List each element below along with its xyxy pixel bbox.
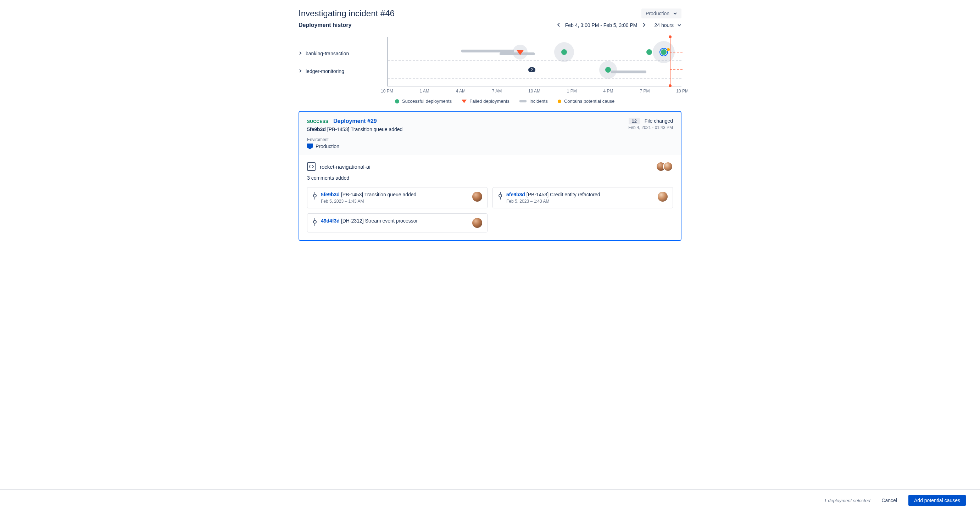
- file-changed-label: File changed: [644, 118, 673, 124]
- file-count-badge: 12: [628, 117, 639, 124]
- code-repo-icon: [307, 162, 315, 171]
- time-window-selector[interactable]: 24 hours: [654, 22, 681, 28]
- commit-card[interactable]: 5fe9b3d [PB-1453] Credit entity refactor…: [493, 187, 673, 208]
- issue-key: [PB-1453]: [327, 127, 349, 132]
- environment-selector-label: Production: [646, 11, 670, 16]
- selected-deployment-panel: SUCCESS Deployment #29 5fe9b3d [PB-1453]…: [299, 111, 681, 241]
- avatar: [663, 162, 673, 171]
- axis-tick: 7 AM: [492, 89, 502, 94]
- axis-tick: 4 AM: [456, 89, 466, 94]
- marker-extension: [670, 70, 682, 70]
- commit-message: Transition queue added: [364, 192, 417, 197]
- commit-hash-link[interactable]: 5fe9b3d: [321, 192, 340, 197]
- timeline-lane-toggle[interactable]: ledger-monitoring: [299, 62, 387, 80]
- commit-issue-key: [DH-2312]: [341, 218, 364, 224]
- successful-deployment-marker[interactable]: [661, 49, 667, 55]
- commit-icon: [312, 192, 317, 200]
- current-time-marker: [670, 37, 670, 86]
- avatar: [472, 218, 482, 228]
- page-title: Investigating incident #46: [299, 8, 395, 18]
- date-prev-button[interactable]: [557, 22, 561, 29]
- legend-label: Successful deployments: [402, 98, 452, 104]
- incident-bar-icon: [519, 100, 527, 102]
- svg-point-3: [499, 194, 502, 197]
- chevron-right-icon: [299, 69, 302, 74]
- axis-tick: 10 PM: [676, 89, 689, 94]
- deployment-status-badge: SUCCESS: [307, 119, 328, 124]
- timeline-axis: 10 PM 1 AM 4 AM 7 AM 10 AM 1 PM 4 PM 7 P…: [387, 86, 681, 94]
- legend-item-cause: Contains potential cause: [558, 98, 614, 104]
- commit-issue-key: [PB-1453]: [341, 192, 363, 197]
- legend-item-success: Successful deployments: [395, 98, 452, 104]
- legend-label: Contains potential cause: [564, 98, 614, 104]
- date-next-button[interactable]: [642, 22, 646, 29]
- date-range-display: Feb 4, 3:00 PM - Feb 5, 3:00 PM: [565, 22, 638, 28]
- timeline-lane-toggle[interactable]: banking-transaction: [299, 44, 387, 62]
- incident-bar[interactable]: [611, 70, 646, 73]
- commit-hash-link[interactable]: 49d4f3d: [321, 218, 340, 224]
- section-title: Deployment history: [299, 22, 352, 29]
- deployment-timestamp: Feb 4, 2021 - 01:43 PM: [628, 125, 673, 130]
- lane-name: banking-transaction: [305, 51, 349, 56]
- failed-triangle-icon: [461, 100, 466, 103]
- axis-tick: 7 PM: [640, 89, 649, 94]
- repository-name[interactable]: rocket-navigational-ai: [320, 164, 371, 170]
- commit-icon: [312, 218, 317, 226]
- commit-hash: 5fe9b3d: [307, 127, 326, 132]
- commit-message: Credit entity refactored: [550, 192, 600, 197]
- avatar: [472, 192, 482, 202]
- potential-cause-indicator: [667, 48, 670, 51]
- commit-hash-link[interactable]: 5fe9b3d: [506, 192, 525, 197]
- timeline-legend: Successful deployments Failed deployment…: [387, 94, 681, 104]
- successful-deployment-marker[interactable]: [605, 67, 611, 73]
- environment-field-label: Enviroment: [307, 137, 402, 142]
- avatar: [658, 192, 668, 202]
- incident-bar[interactable]: [461, 49, 514, 52]
- environment-value: Production: [315, 143, 339, 149]
- deployment-link[interactable]: Deployment #29: [333, 118, 377, 124]
- axis-tick: 1 AM: [420, 89, 429, 94]
- cluster-count-badge[interactable]: 2: [528, 67, 535, 72]
- commit-message: Stream event processor: [365, 218, 418, 224]
- svg-point-6: [313, 221, 316, 223]
- svg-point-0: [313, 194, 316, 197]
- commit-message: Transition queue added: [351, 127, 403, 132]
- time-window-label: 24 hours: [654, 22, 674, 28]
- failed-deployment-marker[interactable]: [517, 50, 524, 55]
- legend-label: Failed deployments: [469, 98, 509, 104]
- lane-name: ledger-monitoring: [305, 68, 344, 74]
- commit-issue-key: [PB-1453]: [527, 192, 549, 197]
- axis-tick: 1 PM: [567, 89, 577, 94]
- deployment-timeline: banking-transaction ledger-monitoring: [299, 37, 681, 104]
- contributor-avatars: [656, 162, 673, 171]
- commit-card[interactable]: 5fe9b3d [PB-1453] Transition queue added…: [307, 187, 487, 208]
- chevron-down-icon: [677, 23, 681, 27]
- commit-timestamp: Feb 5, 2023 – 1:43 AM: [506, 199, 600, 204]
- timeline-chart-area[interactable]: 2: [387, 37, 681, 86]
- success-dot-icon: [395, 99, 399, 103]
- environment-selector[interactable]: Production: [641, 8, 681, 18]
- axis-tick: 10 PM: [381, 89, 393, 94]
- successful-deployment-marker[interactable]: [561, 49, 567, 55]
- timeline-lane: [388, 43, 681, 61]
- environment-tag-icon: [307, 143, 313, 149]
- commit-card[interactable]: 49d4f3d [DH-2312] Stream event processor: [307, 213, 487, 232]
- axis-tick: 10 AM: [528, 89, 540, 94]
- commit-timestamp: Feb 5, 2023 – 1:43 AM: [321, 199, 416, 204]
- cause-dot-icon: [558, 100, 561, 103]
- legend-item-failed: Failed deployments: [461, 98, 509, 104]
- axis-tick: 4 PM: [603, 89, 613, 94]
- marker-extension: [670, 52, 682, 52]
- chevron-right-icon: [299, 51, 302, 56]
- legend-label: Incidents: [529, 98, 548, 104]
- successful-deployment-marker[interactable]: [646, 49, 652, 55]
- comments-count: 3 comments added: [307, 175, 673, 181]
- commit-icon: [498, 192, 503, 200]
- legend-item-incidents: Incidents: [519, 98, 548, 104]
- chevron-down-icon: [673, 11, 677, 16]
